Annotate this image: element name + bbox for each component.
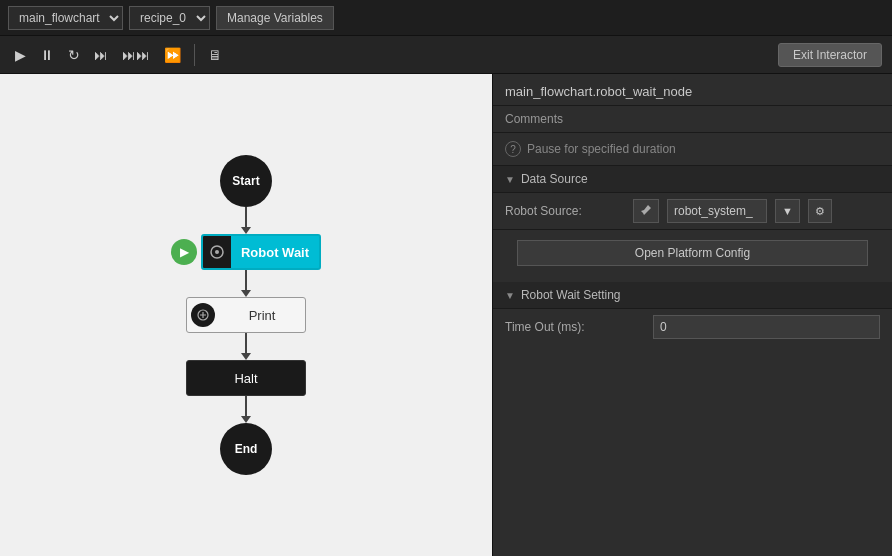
- toolbar-separator: [194, 44, 195, 66]
- arrow-3: [241, 353, 251, 360]
- data-source-label: Data Source: [521, 172, 588, 186]
- skip-button[interactable]: ⏩: [159, 44, 186, 66]
- connector-4: [245, 396, 247, 416]
- step-button[interactable]: ⏭: [89, 44, 113, 66]
- skip-icon: ⏩: [164, 47, 181, 63]
- panel-title: main_flowchart.robot_wait_node: [493, 74, 892, 106]
- open-platform-container: Open Platform Config: [493, 230, 892, 282]
- toolbar: ▶ ⏸ ↻ ⏭ ⏭⏭ ⏩ 🖥 Exit Interactor: [0, 36, 892, 74]
- robot-wait-icon: [203, 236, 231, 268]
- snapshot-icon: 🖥: [208, 47, 222, 63]
- refresh-icon: ↻: [68, 47, 80, 63]
- top-bar: main_flowchart recipe_0 Manage Variables: [0, 0, 892, 36]
- robot-source-label: Robot Source:: [505, 204, 625, 218]
- print-label: Print: [219, 308, 305, 323]
- timeout-row: Time Out (ms):: [493, 309, 892, 345]
- print-icon: [191, 303, 215, 327]
- pause-icon: ⏸: [40, 47, 54, 63]
- pause-button[interactable]: ⏸: [35, 44, 59, 66]
- svg-point-1: [215, 250, 219, 254]
- end-node[interactable]: End: [220, 423, 272, 475]
- play-icon: ▶: [15, 47, 26, 63]
- halt-label: Halt: [234, 371, 257, 386]
- fast-forward-icon: ⏭⏭: [122, 47, 150, 63]
- robot-source-input[interactable]: [667, 199, 767, 223]
- robot-wait-node[interactable]: Robot Wait: [201, 234, 321, 270]
- panel-comments: Comments: [493, 106, 892, 133]
- right-panel: main_flowchart.robot_wait_node Comments …: [492, 74, 892, 556]
- print-node[interactable]: Print: [186, 297, 306, 333]
- robot-source-dropdown-button[interactable]: ▼: [775, 199, 800, 223]
- recipe-select[interactable]: recipe_0: [129, 6, 210, 30]
- exit-interactor-button[interactable]: Exit Interactor: [778, 43, 882, 67]
- arrow-2: [241, 290, 251, 297]
- halt-node[interactable]: Halt: [186, 360, 306, 396]
- play-button[interactable]: ▶: [10, 44, 31, 66]
- step-icon: ⏭: [94, 47, 108, 63]
- flowchart: Start ▶ Robot Wait: [171, 155, 321, 475]
- fast-forward-button[interactable]: ⏭⏭: [117, 44, 155, 66]
- snapshot-button[interactable]: 🖥: [203, 44, 227, 66]
- connector-3: [245, 333, 247, 353]
- start-node[interactable]: Start: [220, 155, 272, 207]
- play-indicator: ▶: [171, 239, 197, 265]
- data-source-header: ▼ Data Source: [493, 166, 892, 193]
- robot-wait-row: ▶ Robot Wait: [171, 234, 321, 270]
- panel-hint: ? Pause for specified duration: [493, 133, 892, 166]
- timeout-label: Time Out (ms):: [505, 320, 645, 334]
- start-label: Start: [232, 174, 259, 188]
- data-source-arrow: ▼: [505, 174, 515, 185]
- open-platform-button[interactable]: Open Platform Config: [517, 240, 868, 266]
- arrow-1: [241, 227, 251, 234]
- wait-setting-arrow: ▼: [505, 290, 515, 301]
- arrow-4: [241, 416, 251, 423]
- canvas-area[interactable]: Start ▶ Robot Wait: [0, 74, 492, 556]
- robot-wait-label: Robot Wait: [231, 245, 319, 260]
- wait-setting-label: Robot Wait Setting: [521, 288, 621, 302]
- robot-source-settings-button[interactable]: ⚙: [808, 199, 832, 223]
- connector-2: [245, 270, 247, 290]
- flowchart-select[interactable]: main_flowchart: [8, 6, 123, 30]
- refresh-button[interactable]: ↻: [63, 44, 85, 66]
- timeout-input[interactable]: [653, 315, 880, 339]
- manage-variables-button[interactable]: Manage Variables: [216, 6, 334, 30]
- wait-setting-header: ▼ Robot Wait Setting: [493, 282, 892, 309]
- connector-1: [245, 207, 247, 227]
- hint-icon: ?: [505, 141, 521, 157]
- end-label: End: [235, 442, 258, 456]
- robot-source-pin-button[interactable]: [633, 199, 659, 223]
- main-content: Start ▶ Robot Wait: [0, 74, 892, 556]
- hint-text: Pause for specified duration: [527, 142, 676, 156]
- robot-source-row: Robot Source: ▼ ⚙: [493, 193, 892, 230]
